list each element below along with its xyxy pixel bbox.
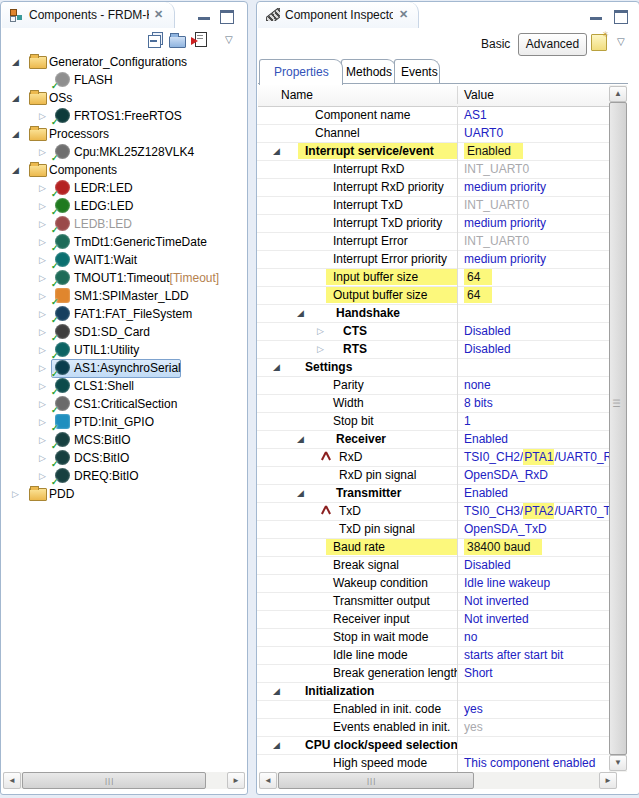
property-value-cell[interactable]: This component enabled — [457, 754, 609, 772]
tree-item[interactable]: ▷✓Cpu:MKL25Z128VLK4 — [2, 143, 246, 161]
tree-item[interactable]: ◢Generator_Configurations — [2, 53, 246, 71]
property-row[interactable]: ◢Interrupt service/eventEnabled — [257, 142, 609, 161]
expand-arrow-icon[interactable]: ▷ — [39, 235, 46, 249]
property-value-cell[interactable]: UART0 — [457, 124, 609, 142]
property-row[interactable]: ◢ReceiverEnabled — [257, 430, 609, 449]
minimize-icon[interactable] — [590, 10, 602, 20]
tree-item[interactable]: ▷✓TmDt1:GenericTimeDate — [2, 233, 246, 251]
v-scrollbar-thumb[interactable]: ||| — [609, 102, 627, 755]
tree-item[interactable]: ▷✓UTIL1:Utility — [2, 341, 246, 359]
tree-item[interactable]: ▷✓TMOUT1:Timeout[Timeout] — [2, 269, 246, 287]
minimize-icon[interactable] — [198, 10, 210, 20]
property-value-cell[interactable]: 1 — [457, 412, 609, 430]
property-value-cell[interactable]: Not inverted — [457, 610, 609, 628]
property-row[interactable]: Stop bit1 — [257, 412, 609, 431]
tree-item[interactable]: ▷PDD — [2, 485, 246, 503]
expand-arrow-icon[interactable]: ▷ — [39, 469, 46, 483]
tree-item[interactable]: ✓FLASH — [2, 71, 246, 89]
tree-item[interactable]: ▷✓DREQ:BitIO — [2, 467, 246, 485]
expand-arrow-icon[interactable]: ▷ — [39, 109, 46, 123]
collapse-arrow-icon[interactable]: ◢ — [12, 163, 19, 177]
tree-item[interactable]: ▷✓FRTOS1:FreeRTOS — [2, 107, 246, 125]
tree-item[interactable]: ▷✓DCS:BitIO — [2, 449, 246, 467]
property-value-cell[interactable]: Idle line wakeup — [457, 574, 609, 592]
collapse-arrow-icon[interactable]: ◢ — [273, 144, 280, 158]
property-row[interactable]: ◢Handshake — [257, 304, 609, 323]
property-row[interactable]: ◢TransmitterEnabled — [257, 484, 609, 503]
tree-item[interactable]: ▷✓CS1:CriticalSection — [2, 395, 246, 413]
property-row[interactable]: Wakeup conditionIdle line wakeup — [257, 574, 609, 593]
property-row[interactable]: Interrupt TxD prioritymedium priority — [257, 214, 609, 233]
property-row[interactable]: Output buffer size64 — [257, 286, 609, 305]
maximize-icon[interactable] — [220, 10, 234, 24]
expand-arrow-icon[interactable]: ▷ — [39, 433, 46, 447]
property-value-cell[interactable]: 38400 baud — [457, 538, 609, 556]
property-row[interactable]: ChannelUART0 — [257, 124, 609, 143]
collapse-arrow-icon[interactable]: ◢ — [273, 360, 280, 374]
property-value-cell[interactable]: Enabled — [457, 142, 609, 160]
view-menu-icon[interactable]: ▽ — [617, 36, 625, 47]
tab-events[interactable]: Events — [394, 59, 440, 85]
property-row[interactable]: Input buffer size64 — [257, 268, 609, 287]
property-row[interactable]: Events enabled in init.yes — [257, 718, 609, 737]
property-row[interactable]: Idle line modestarts after start bit — [257, 646, 609, 665]
property-row[interactable]: Break generation lengthShort — [257, 664, 609, 683]
collapse-arrow-icon[interactable]: ◢ — [12, 91, 19, 105]
property-row[interactable]: Enabled in init. codeyes — [257, 700, 609, 719]
property-value-cell[interactable]: TSI0_CH3/PTA2/UART0_TX — [457, 502, 609, 520]
expand-arrow-icon[interactable]: ▷ — [39, 415, 46, 429]
property-value-cell[interactable]: INT_UART0 — [457, 232, 609, 250]
property-row[interactable]: Width8 bits — [257, 394, 609, 413]
tree-item[interactable]: ▷✓MCS:BitIO — [2, 431, 246, 449]
property-value-cell[interactable]: Disabled — [457, 556, 609, 574]
expand-arrow-icon[interactable]: ▷ — [12, 487, 19, 501]
scroll-right-icon[interactable]: ► — [599, 772, 617, 789]
property-value-cell[interactable] — [457, 682, 609, 700]
property-row[interactable]: Receiver inputNot inverted — [257, 610, 609, 629]
property-value-cell[interactable]: Short — [457, 664, 609, 682]
h-scrollbar-thumb[interactable]: ||| — [278, 772, 474, 789]
expand-arrow-icon[interactable]: ▷ — [39, 181, 46, 195]
tree-item[interactable]: ▷✓WAIT1:Wait — [2, 251, 246, 269]
tree-item[interactable]: ▷✓LEDR:LED — [2, 179, 246, 197]
property-row[interactable]: Transmitter outputNot inverted — [257, 592, 609, 611]
property-value-cell[interactable]: 64 — [457, 268, 609, 286]
property-row[interactable]: Break signalDisabled — [257, 556, 609, 575]
tree-item[interactable]: ▷✓SM1:SPIMaster_LDD — [2, 287, 246, 305]
tree-item[interactable]: ◢OSs — [2, 89, 246, 107]
expand-arrow-icon[interactable]: ▷ — [39, 397, 46, 411]
property-value-cell[interactable]: yes — [457, 700, 609, 718]
property-value-cell[interactable] — [457, 358, 609, 376]
property-row[interactable]: Interrupt RxDINT_UART0 — [257, 160, 609, 179]
component-inspector-tab[interactable]: Component Inspector - AS1 ✕ — [258, 2, 419, 28]
scroll-left-icon[interactable]: ◄ — [259, 772, 277, 789]
h-scrollbar[interactable]: ◄ ► ||| — [259, 772, 617, 789]
property-value-cell[interactable]: starts after start bit — [457, 646, 609, 664]
property-row[interactable]: Interrupt RxD prioritymedium priority — [257, 178, 609, 197]
property-row[interactable]: Interrupt Error prioritymedium priority — [257, 250, 609, 269]
category-folder-icon[interactable] — [169, 32, 186, 48]
tab-methods[interactable]: Methods — [341, 59, 396, 85]
property-value-cell[interactable]: 8 bits — [457, 394, 609, 412]
property-value-cell[interactable]: INT_UART0 — [457, 160, 609, 178]
property-row[interactable]: Interrupt TxDINT_UART0 — [257, 196, 609, 215]
scroll-left-icon[interactable]: ◄ — [3, 772, 21, 789]
expand-arrow-icon[interactable]: ▷ — [39, 379, 46, 393]
property-value-cell[interactable]: medium priority — [457, 178, 609, 196]
expand-arrow-icon[interactable]: ▷ — [39, 325, 46, 339]
maximize-icon[interactable] — [614, 10, 628, 24]
tree-item[interactable]: ▷✓LEDG:LED — [2, 197, 246, 215]
property-row[interactable]: ◢Initialization — [257, 682, 609, 701]
property-row[interactable]: Interrupt ErrorINT_UART0 — [257, 232, 609, 251]
h-scrollbar-thumb[interactable]: ||| — [22, 772, 206, 789]
property-value-cell[interactable]: medium priority — [457, 250, 609, 268]
tree-item[interactable]: ▷✓PTD:Init_GPIO — [2, 413, 246, 431]
property-value-cell[interactable]: Enabled — [457, 430, 609, 448]
property-value-cell[interactable]: Disabled — [457, 340, 609, 358]
view-menu-icon[interactable]: ▽ — [225, 34, 233, 45]
scroll-up-icon[interactable]: ▲ — [609, 86, 627, 102]
property-row[interactable]: ◢Settings — [257, 358, 609, 377]
property-row[interactable]: TxD pin signalOpenSDA_TxD — [257, 520, 609, 539]
expand-arrow-icon[interactable]: ▷ — [317, 324, 324, 338]
advanced-mode-button[interactable]: Advanced — [518, 33, 587, 56]
